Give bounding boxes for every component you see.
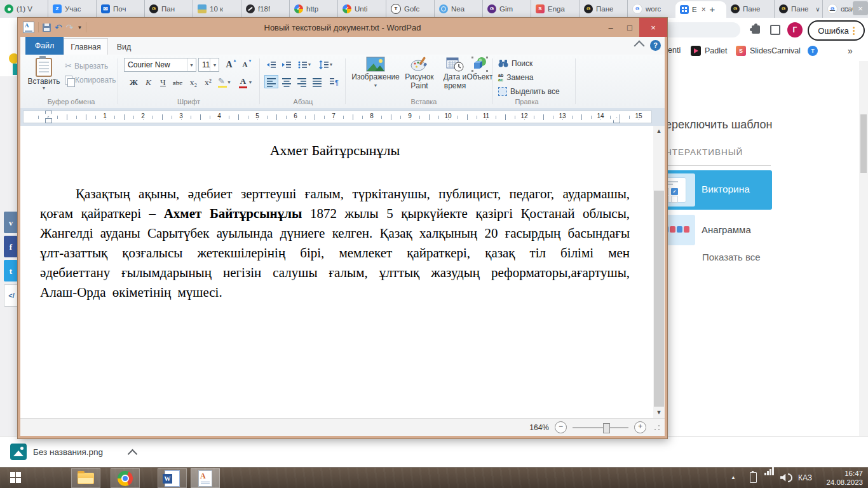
browser-tab[interactable]: Gim [482,0,531,18]
align-right-button[interactable] [295,75,309,88]
new-tab-button[interactable]: + [704,0,721,18]
align-left-button[interactable] [264,75,278,88]
paragraph-settings-button[interactable]: ¶ [327,75,341,88]
bold-button[interactable]: Ж [127,76,140,89]
scrollbar-thumb[interactable] [654,191,664,407]
resize-grip[interactable] [653,424,661,431]
font-size-select[interactable]: 11 ▼ [198,58,219,72]
browser-tab[interactable]: Nea [434,0,482,18]
font-color-button[interactable]: A▼ [237,76,254,89]
error-menu-button[interactable]: Ошибка [808,20,865,41]
browser-tab[interactable]: Пан [144,0,193,18]
browser-maximize-button[interactable]: □ [839,0,852,18]
bookmark-item-padlet[interactable]: Padlet [691,46,727,56]
twitter-share-button[interactable]: t [4,260,18,281]
bullets-button[interactable]: ▼ [295,58,314,71]
redo-icon[interactable]: ↷ [66,23,74,32]
bookmarks-overflow-icon[interactable]: » [848,46,853,56]
copy-button[interactable]: Копировать [65,76,116,85]
sidebar-show-all-link[interactable]: Показать все [702,252,761,262]
browser-minimize-button[interactable]: – [826,0,839,18]
browser-tab[interactable]: f18f [241,0,289,18]
italic-button[interactable]: К [142,76,155,89]
zoom-in-button[interactable]: + [634,421,646,433]
shrink-font-button[interactable]: A [238,58,252,71]
browser-tab[interactable]: Поч [96,0,144,18]
highlight-color-button[interactable]: ▼ [218,76,231,89]
browser-tab[interactable]: (1) V [0,0,48,18]
wordpad-titlebar[interactable]: ↶ ↷ ▼ Новый текстовый документ.txt - Wor… [18,18,667,37]
superscript-button[interactable]: x² [201,76,215,89]
browser-tab[interactable]: worc [627,0,675,18]
paste-button[interactable]: Вставить ▼ [27,57,61,97]
browser-tab[interactable]: http [289,0,337,18]
wordpad-close-button[interactable]: × [639,18,667,37]
bookmark-item[interactable]: enti [668,46,681,55]
clock[interactable]: 16:47 24.08.2023 [821,467,863,488]
cut-button[interactable]: ✂ Вырезать [65,61,108,71]
scroll-down-icon[interactable]: ▼ [653,407,665,418]
taskbar-explorer-button[interactable] [71,468,100,488]
document-scrollbar[interactable]: ▲ ▼ [653,126,665,418]
browser-tab[interactable]: Пане [726,0,774,18]
network-signal-icon[interactable] [764,467,774,475]
line-spacing-button[interactable]: ▼ [316,58,336,71]
underline-button[interactable]: Ч [156,76,170,89]
browser-tab[interactable]: Unti [337,0,386,18]
zoom-out-button[interactable]: − [555,421,567,433]
download-chevron-up-icon[interactable] [128,449,138,459]
embed-button[interactable]: </ [4,284,19,307]
tab-view[interactable]: Вид [108,39,140,55]
browser-tab[interactable]: Пане [579,0,627,18]
save-icon[interactable] [43,24,51,32]
paint-drawing-button[interactable]: Рисунок Paint [403,56,436,90]
strikethrough-button[interactable]: abc [171,76,184,89]
browser-tab[interactable]: 10 к [193,0,241,18]
wordpad-minimize-button[interactable]: – [601,23,620,32]
grow-font-button[interactable]: A [222,58,236,71]
ribbon-collapse-chevron-icon[interactable] [634,41,645,51]
justify-button[interactable] [310,75,324,88]
battery-icon[interactable] [750,467,757,488]
volume-icon[interactable] [780,467,792,488]
download-filename[interactable]: Без названия.png [33,447,103,457]
facebook-share-button[interactable]: f [4,236,18,257]
insert-image-button[interactable]: Изображение ▼ [350,56,401,90]
undo-icon[interactable]: ↶ [55,23,62,32]
taskbar-wordpad-button[interactable] [191,468,220,488]
zoom-slider-thumb[interactable] [603,423,610,433]
bookmark-item-t[interactable] [808,46,818,56]
tray-show-hidden-icon[interactable]: ▲ [731,467,736,488]
font-family-select[interactable]: Courier New ▼ [124,58,196,72]
zoom-slider[interactable] [573,423,628,432]
scroll-up-icon[interactable]: ▲ [653,126,665,137]
qat-dropdown-icon[interactable]: ▼ [77,25,82,30]
align-center-button[interactable] [280,75,294,88]
find-button[interactable]: Поиск [498,59,532,68]
tab-file[interactable]: Файл [25,37,64,55]
side-panel-icon[interactable] [770,25,780,35]
browser-tab[interactable]: Учас [48,0,96,18]
wordpad-maximize-button[interactable]: □ [620,23,639,32]
browser-close-button[interactable]: × [853,1,868,15]
language-indicator[interactable]: КАЗ [798,467,812,488]
decrease-indent-button[interactable] [264,58,278,71]
subscript-button[interactable]: x₂ [187,76,200,89]
taskbar-chrome-button[interactable] [111,468,140,488]
replace-button[interactable]: abac Замена [498,73,533,82]
start-button[interactable] [0,467,31,488]
tab-list-chevron-icon[interactable]: ∨ [811,0,825,18]
select-all-button[interactable]: Выделить все [498,87,560,96]
browser-tab[interactable]: Enga [531,0,579,18]
extensions-puzzle-icon[interactable] [752,25,760,34]
tab-home[interactable]: Главная [64,38,108,55]
help-icon[interactable]: ? [650,40,661,51]
taskbar-word-button[interactable] [158,468,187,488]
increase-indent-button[interactable] [280,58,294,71]
profile-avatar[interactable]: Г [787,22,803,37]
insert-object-button[interactable]: Объект [465,56,494,81]
page-scrollbar-thumb[interactable] [860,114,867,173]
browser-tab[interactable]: Gofc [386,0,434,18]
vk-share-button[interactable]: v [4,212,18,233]
document-edit-area[interactable]: Ахмет Байтұрсынұлы Қазақтың ақыны, әдеби… [20,126,653,418]
